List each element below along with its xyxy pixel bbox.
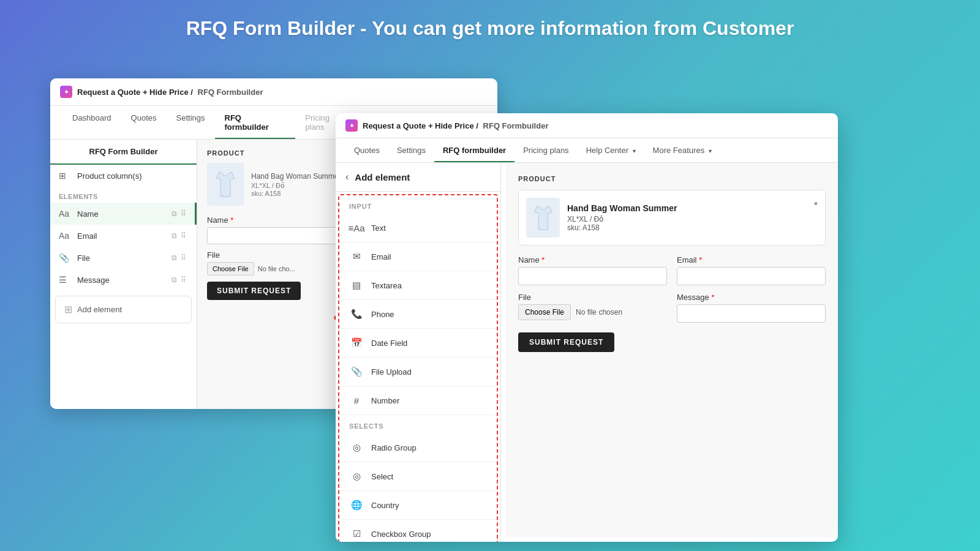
product-info: Hand Bag Woman Summer XL*XL / Đỏ sku: A1… [251, 172, 341, 197]
nav-quotes[interactable]: Quotes [121, 106, 167, 139]
message-actions: ⧉ ⠿ [172, 276, 186, 284]
product-sku-left: XL*XL / Đỏ [251, 182, 341, 190]
submit-button-left[interactable]: SUBMIT REQUEST [207, 282, 301, 300]
checkbox-label: Checkbox Group [371, 530, 431, 539]
panel-item-radio[interactable]: ◎ Radio Group [339, 433, 497, 462]
right-nav-rfq[interactable]: RFQ formbuilder [434, 138, 514, 162]
back-button[interactable]: ‹ [345, 171, 349, 182]
text-icon: ≡Aa [349, 220, 364, 235]
panel-item-select[interactable]: ◎ Select [339, 462, 497, 491]
drag-icon-3[interactable]: ⠿ [181, 253, 186, 262]
phone-label: Phone [371, 310, 394, 319]
email-col: Email * [677, 255, 826, 285]
panel-items-dashed: INPUT ≡Aa Text ✉ Email ▤ Textarea 📞 [338, 194, 498, 542]
message-icon: ☰ [59, 275, 71, 285]
radio-icon: ◎ [349, 440, 364, 455]
name-field-label: Name * [518, 255, 667, 264]
country-label: Country [371, 501, 399, 510]
copy-icon-4[interactable]: ⧉ [172, 276, 177, 284]
product-columns-label: Product column(s) [77, 171, 186, 181]
right-nav-quotes[interactable]: Quotes [345, 138, 388, 162]
copy-icon[interactable]: ⧉ [172, 209, 177, 218]
nav-rfq-formbuilder[interactable]: RFQ formbuilder [215, 106, 296, 139]
name-label: Name [77, 209, 165, 219]
name-col: Name * [518, 255, 667, 285]
file-actions: ⧉ ⠿ [172, 253, 186, 262]
phone-icon: 📞 [349, 307, 364, 321]
add-element-button[interactable]: ⊞ Add element [55, 296, 192, 323]
sidebar-item-name[interactable]: Aa Name ⧉ ⠿ [50, 203, 197, 225]
panel-title: Add element [355, 172, 410, 182]
right-nav-more[interactable]: More Features ▾ [644, 138, 720, 162]
panel-item-textarea[interactable]: ▤ Textarea [339, 271, 497, 300]
date-icon: 📅 [349, 335, 364, 350]
selects-section-label: SELECTS [339, 415, 497, 433]
number-icon: # [349, 393, 364, 408]
panel-item-number[interactable]: # Number [339, 386, 497, 415]
copy-icon-2[interactable]: ⧉ [172, 231, 177, 240]
right-product-label: PRODUCT [518, 175, 826, 182]
drag-icon[interactable]: ⠿ [181, 209, 186, 218]
sidebar-product-columns[interactable]: ⊞ Product column(s) [50, 165, 197, 187]
message-input-right[interactable] [677, 304, 826, 323]
copy-icon-3[interactable]: ⧉ [172, 253, 177, 262]
panel-item-checkbox[interactable]: ☑ Checkbox Group [339, 520, 497, 542]
email-label: Email [77, 231, 165, 241]
right-nav-help[interactable]: Help Center ▾ [578, 138, 644, 162]
name-input-right[interactable] [518, 267, 667, 285]
product-variant-left: Hand Bag Woman Summer [251, 172, 341, 181]
panel-item-country[interactable]: 🌐 Country [339, 491, 497, 520]
grid-icon: ⊞ [59, 171, 71, 181]
sidebar-item-file[interactable]: 📎 File ⧉ ⠿ [50, 247, 197, 269]
text-icon: Aa [59, 209, 71, 219]
panel-item-file[interactable]: 📎 File Upload [339, 358, 497, 386]
name-email-row: Name * Email * [518, 255, 826, 285]
sidebar-item-message[interactable]: ☰ Message ⧉ ⠿ [50, 269, 197, 291]
elements-section-label: ELEMENTS [50, 187, 197, 203]
textarea-icon: ▤ [349, 278, 364, 293]
drag-icon-4[interactable]: ⠿ [181, 276, 186, 284]
message-label: Message [77, 276, 165, 285]
name-actions: ⧉ ⠿ [172, 209, 186, 218]
nav-settings[interactable]: Settings [167, 106, 215, 139]
select-label: Select [371, 472, 393, 481]
input-section-label: INPUT [339, 195, 497, 214]
panel-header: ‹ Add element [336, 163, 500, 192]
sidebar-item-email[interactable]: Aa Email ⧉ ⠿ [50, 225, 197, 247]
file-col: File Choose File No file chosen [518, 293, 667, 323]
submit-button-right[interactable]: SUBMIT REQUEST [518, 332, 614, 352]
message-field-label: Message * [677, 293, 826, 302]
email-panel-icon: ✉ [349, 249, 364, 264]
country-icon: 🌐 [349, 498, 364, 512]
text-label: Text [371, 223, 386, 233]
right-nav-settings[interactable]: Settings [388, 138, 434, 162]
file-field-label: File [518, 293, 667, 302]
choose-file-button-right[interactable]: Choose File [518, 304, 571, 320]
app-icon: ✦ [60, 86, 72, 98]
drag-icon-2[interactable]: ⠿ [181, 231, 186, 240]
panel-item-date[interactable]: 📅 Date Field [339, 329, 497, 358]
more-button[interactable]: • [814, 198, 818, 211]
panel-item-text[interactable]: ≡Aa Text [339, 214, 497, 242]
email-input-right[interactable] [677, 267, 826, 285]
more-dropdown-icon: ▾ [709, 148, 712, 154]
radio-label: Radio Group [371, 443, 417, 452]
panel-item-phone[interactable]: 📞 Phone [339, 300, 497, 329]
email-panel-label: Email [371, 252, 391, 261]
email-field-label: Email * [677, 255, 826, 264]
select-icon: ◎ [349, 469, 364, 484]
nav-dashboard[interactable]: Dashboard [62, 106, 121, 139]
message-col: Message * [677, 293, 826, 323]
page-title: RFQ Form Builder - You can get more info… [0, 0, 980, 52]
file-upload-icon: 📎 [349, 364, 364, 379]
right-product-image [526, 198, 560, 238]
checkbox-icon: ☑ [349, 527, 364, 541]
no-file-text-right: No file chosen [576, 308, 622, 317]
right-nav-pricing[interactable]: Pricing plans [514, 138, 577, 162]
panel-wrapper: ‹ Add element INPUT ≡Aa Text ✉ Email [336, 163, 506, 538]
choose-file-button-left[interactable]: Choose File [207, 262, 254, 276]
file-upload-label: File Upload [371, 367, 412, 377]
panel-item-email[interactable]: ✉ Email [339, 242, 497, 271]
product-image [207, 163, 244, 206]
right-product-sku: sku: A158 [567, 223, 677, 232]
